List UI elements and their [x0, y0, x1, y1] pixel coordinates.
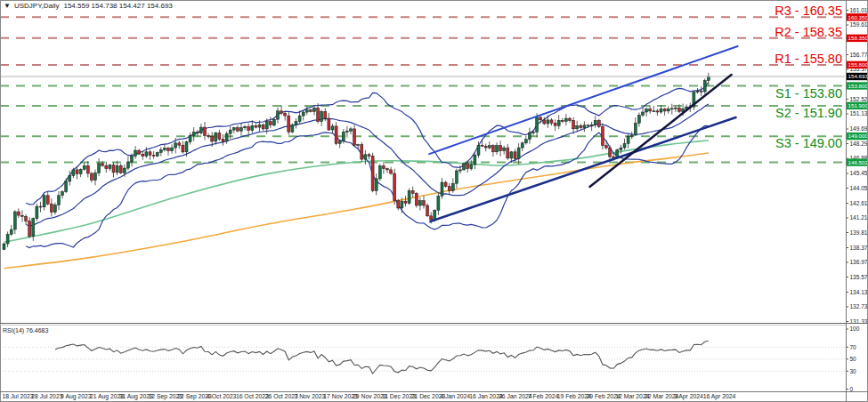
chart-canvas[interactable]: R3 - 160.35 R2 - 158.35 R1 - 155.80 S1 -… [0, 0, 868, 402]
candle-body [295, 122, 297, 125]
candle-body [496, 146, 499, 152]
candle-body [317, 108, 320, 121]
candle-body [159, 150, 162, 153]
time-axis[interactable]: 18 Jul 202328 Jul 20239 Aug 202321 Aug 2… [3, 393, 736, 400]
candle-body [517, 148, 520, 158]
pane-borders [0, 0, 868, 402]
candle-body [532, 132, 535, 133]
candle-body [634, 123, 637, 135]
candle-body [386, 169, 389, 170]
candle-body [441, 182, 443, 196]
price-axis-label: 132.730 [850, 303, 868, 310]
candle-body [401, 201, 403, 208]
candle-body [627, 136, 629, 143]
candle-body [53, 205, 56, 212]
candle-body [550, 120, 553, 124]
date-label: 7 Nov 2023 [295, 393, 326, 399]
candle-body [196, 132, 199, 133]
candle-body [393, 173, 396, 201]
candle-body [288, 116, 290, 132]
candle-body [302, 112, 304, 116]
moving-averages [4, 141, 709, 269]
candle-body [390, 170, 393, 173]
candle-body [3, 244, 5, 250]
rsi-scale-label: 30 [850, 368, 857, 374]
candle-body [244, 127, 247, 128]
candle-body [229, 130, 231, 133]
candle-body [423, 201, 426, 205]
price-axis-label: 142.610 [850, 200, 868, 206]
candle-body [218, 133, 221, 140]
price-axis[interactable]: 161.010159.610158.210156.770155.370152.5… [846, 7, 868, 392]
trendline-channel-upper [429, 46, 737, 154]
candle-body [345, 131, 348, 132]
candle-body [580, 125, 582, 127]
candle-body [350, 129, 353, 131]
candle-body [569, 118, 572, 120]
candle-body [357, 145, 360, 146]
date-label: 16 Apr 2024 [703, 393, 736, 400]
candle-body [116, 165, 118, 173]
candle-body [503, 148, 506, 151]
candle-body [371, 157, 374, 191]
trendline-channel-lower [430, 117, 735, 221]
candle-body [320, 111, 323, 121]
candle-body [404, 201, 407, 203]
rsi-pane[interactable] [0, 341, 846, 374]
candle-body [28, 221, 31, 237]
candle-body [583, 125, 586, 128]
candle-body [590, 125, 593, 125]
outer-frame [1, 1, 868, 402]
candle-body [338, 141, 341, 143]
candle-body [437, 196, 440, 210]
candle-body [98, 164, 101, 173]
candle-body [138, 150, 141, 154]
candle-body [430, 216, 433, 220]
candle-body [466, 164, 469, 169]
price-axis-label: 139.810 [850, 229, 868, 236]
candle-body [521, 143, 523, 148]
candle-body [50, 204, 53, 212]
window-marker-icon: ▼ [4, 2, 11, 10]
candle-body [207, 136, 210, 137]
candle-body [353, 129, 356, 145]
rsi-scale-label: 0 [850, 386, 854, 392]
candle-body [69, 175, 71, 181]
candle-body [620, 148, 622, 149]
rsi-indicator-label: RSI(14) 76.4683 [3, 327, 48, 334]
resistance-label-r2: R2 - 158.35 [775, 25, 842, 39]
candle-body [663, 109, 666, 111]
candle-body [109, 165, 111, 169]
candle-body [36, 206, 38, 219]
date-label: 28 Jul 2023 [31, 393, 62, 399]
ma-green-line [4, 141, 709, 242]
main-price-pane[interactable] [0, 17, 846, 268]
candle-body [514, 152, 516, 159]
candle-body [123, 168, 126, 173]
price-axis-label: 151.130 [850, 110, 868, 117]
candle-body [76, 170, 78, 174]
price-tag-text: 146.502 [848, 159, 868, 165]
candle-body [331, 126, 334, 130]
candle-body [192, 132, 195, 135]
candle-body [637, 116, 640, 124]
candle-body [499, 146, 502, 151]
candle-body [408, 191, 410, 204]
candle-body [507, 148, 509, 158]
candle-body [415, 193, 418, 205]
candle-body [58, 196, 61, 205]
candle-body [597, 120, 600, 126]
candle-body [185, 142, 188, 152]
date-label: 16 Oct 2023 [236, 393, 269, 399]
candle-body [576, 125, 579, 129]
support-label-s2: S2 - 151.90 [775, 106, 842, 120]
chart-title: ▼USDJPY,Daily154.559 154.738 154.427 154… [4, 2, 173, 10]
candle-body [328, 118, 330, 130]
candle-body [524, 140, 527, 143]
candle-body [43, 196, 45, 207]
candle-body [163, 149, 166, 150]
candle-body [309, 110, 312, 112]
candle-body [700, 91, 702, 92]
candle-body [182, 145, 184, 152]
candle-body [83, 165, 85, 169]
